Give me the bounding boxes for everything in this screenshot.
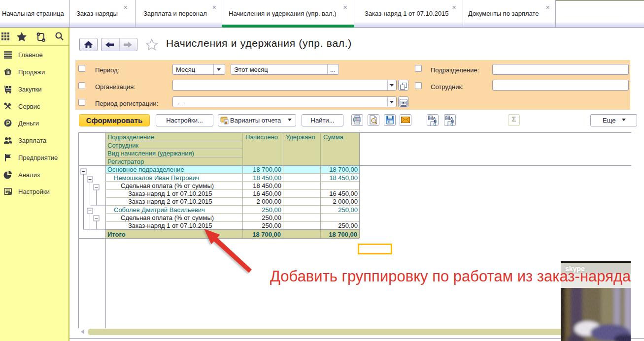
svg-text:C: C [450,123,453,126]
svg-text:C: C [433,123,436,126]
